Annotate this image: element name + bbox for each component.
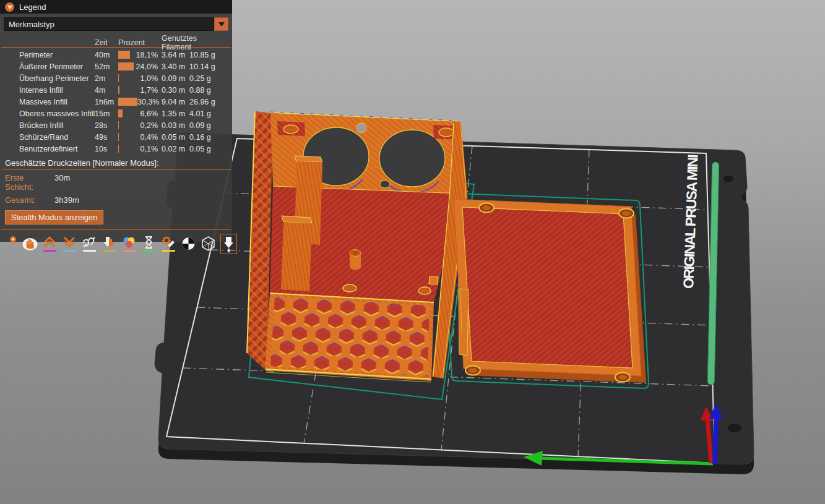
feature-table-row: Benutzerdefiniert 10s 0,1% 0.02 m 0.05 g [0,143,232,155]
feature-label: Überhang Perimeter [19,74,95,83]
feature-length: 0.02 m [162,145,189,153]
feature-length: 1.35 m [162,109,189,118]
total-time-value: 3h39m [54,195,227,205]
feature-weight: 0.05 g [189,145,219,153]
feature-percent: 0,1% [140,145,162,153]
feature-percent: 0,2% [140,121,162,130]
feature-percent-bar [118,62,134,70]
center-of-gravity-icon[interactable] [181,234,196,254]
gcode-preview-window: ORIGINAL PRUSA MINI [0,0,825,504]
first-layer-row: Erste Schicht: 30m [0,171,232,194]
deretractions-icon[interactable] [62,234,77,254]
separator-line [1,229,231,230]
view-type-dropdown-button[interactable] [214,17,228,31]
retractions-icon[interactable] [42,234,58,254]
total-time-label: Gesamt: [5,195,54,205]
shells-icon[interactable] [201,234,216,254]
view-type-dropdown[interactable]: Merkmalstyp [4,17,214,31]
feature-percent-bar [118,133,119,141]
interior-boss [343,284,356,292]
corner-boss [418,287,431,294]
feature-percent-bar [118,98,137,106]
box-honeycomb [270,297,430,377]
feature-time: 49s [95,133,118,142]
legend-panel-header: Legend [0,0,232,14]
slicer-logo-icon [5,2,14,12]
small-hole-top [356,123,366,133]
view-type-value: Merkmalstyp [9,20,54,29]
separator-line [1,169,231,170]
bed-hole [728,424,741,432]
col-header-percent: Prozent [118,38,162,47]
feature-table-row: Schürze/Rand 49s 0,4% 0.05 m 0.16 g [0,131,232,143]
internal-wall-2 [281,216,312,291]
feature-label: Internes Infill [19,86,95,95]
feature-weight: 4.01 g [189,109,219,118]
legend-panel: Legend Merkmalstyp Zeit Prozent Genutzte… [0,0,232,242]
feature-percent: 0,4% [140,133,162,142]
feature-length: 0.03 m [162,121,189,130]
color-changes-icon[interactable] [121,234,137,254]
feature-label: Massives Infill [19,98,95,106]
feature-table-row: Überhang Perimeter 2m 1,0% 0.09 m 0.25 g [0,72,232,84]
wipe-icon[interactable] [22,234,38,254]
col-header-filament: Genutztes Filament [162,34,219,51]
feature-percent-bar [118,145,119,153]
feature-time: 52m [95,62,118,71]
feature-percent: 24,0% [136,62,162,71]
col-header-time: Zeit [95,38,118,47]
feature-table-header: Zeit Prozent Genutztes Filament [0,34,232,46]
feature-weight: 0.16 g [189,133,219,142]
feature-weight: 0.25 g [189,74,219,83]
feature-length: 9.04 m [162,98,189,106]
feature-percent-bar [118,121,119,129]
pause-prints-icon[interactable] [141,234,157,254]
estimates-title: Geschätzte Druckzeiten [Normaler Modus]: [0,155,232,169]
stealth-mode-button[interactable]: Stealth Modus anzeigen [5,210,103,224]
feature-table-row: Perimeter 40m 18,1% 3.64 m 10.85 g [0,49,232,61]
feature-percent: 18,1% [136,51,162,59]
feature-percent-bar [118,51,130,59]
feature-weight: 0.88 g [189,86,219,95]
custom-gcodes-icon[interactable] [161,234,176,254]
feature-time: 2m [95,74,118,83]
feature-percent-bar [118,86,119,94]
lid-top-surface [462,207,633,368]
feature-length: 3.64 m [162,51,189,59]
feature-table-body: Perimeter 40m 18,1% 3.64 m 10.85 g Äußer… [0,49,232,155]
feature-length: 0.05 m [162,133,189,142]
first-layer-value: 30m [54,173,227,192]
feature-time: 15m [95,109,118,118]
feature-weight: 10.85 g [189,51,219,59]
interior-peg [350,250,361,270]
first-layer-label: Erste Schicht: [5,173,54,192]
feature-percent: 1,7% [140,86,162,95]
tool-marker-icon[interactable] [220,234,237,254]
seams-icon[interactable] [82,234,97,254]
feature-weight: 0.09 g [189,121,219,130]
feature-weight: 10.14 g [189,62,219,71]
axis-z-blue [715,417,716,464]
wall-notch [429,276,438,284]
preview-options-toolbar [0,231,232,257]
feature-length: 0.30 m [162,86,189,95]
feature-percent: 6,6% [140,109,162,118]
small-hole-mid [380,181,390,188]
feature-label: Brücken Infill [19,121,95,130]
feature-label: Perimeter [19,51,95,59]
feature-label: Benutzerdefiniert [19,145,95,153]
feature-percent: 1,0% [140,74,162,83]
feature-time: 10s [95,145,118,153]
travels-icon[interactable] [2,234,18,254]
model-lid-plate[interactable] [454,199,646,383]
feature-time: 40m [95,51,118,59]
feature-label: Oberes massives Infill [19,109,95,118]
bed-hole [723,176,733,182]
feature-time: 28s [95,121,118,130]
feature-table-row: Äußerer Perimeter 52m 24,0% 3.40 m 10.14… [0,61,232,72]
tool-changes-icon[interactable] [102,234,117,254]
feature-table-row: Oberes massives Infill 15m 6,6% 1.35 m 4… [0,108,232,119]
feature-table-row: Internes Infill 4m 1,7% 0.30 m 0.88 g [0,84,232,96]
feature-table-row: Massives Infill 1h6m 30,3% 9.04 m 26.96 … [0,96,232,108]
feature-label: Äußerer Perimeter [19,62,95,71]
